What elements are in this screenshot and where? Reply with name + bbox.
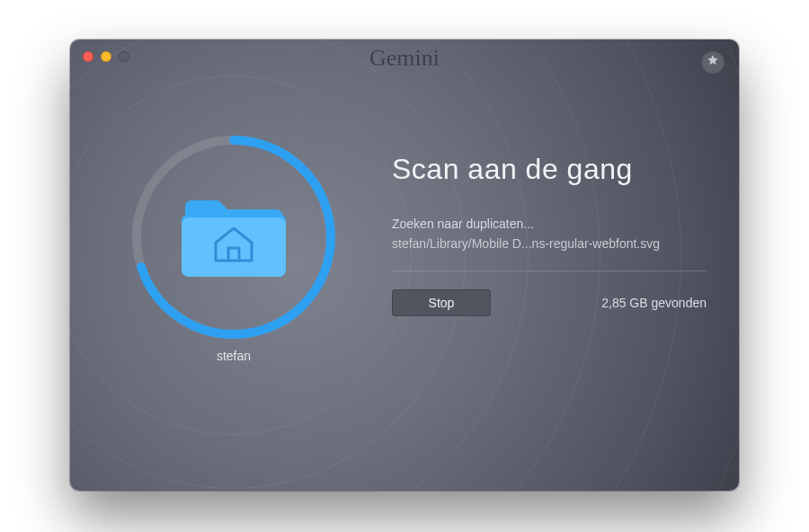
favorites-button[interactable] (701, 50, 725, 74)
star-icon (707, 54, 719, 70)
divider (392, 270, 707, 271)
folder-label: stefan (126, 349, 342, 363)
scan-headline: Scan aan de gang (392, 153, 707, 186)
app-title: Gemini (70, 45, 739, 72)
action-row: Stop 2,85 GB gevonden (392, 289, 707, 316)
home-folder-icon (176, 191, 291, 280)
found-amount: 2,85 GB gevonden (601, 296, 707, 310)
scan-status-line: Zoeken naar duplicaten... (392, 217, 707, 231)
app-window: Gemini stefan Scan aan de gang Zoeken (70, 40, 739, 491)
scan-visual: stefan (126, 129, 342, 381)
stop-button[interactable]: Stop (392, 289, 491, 316)
status-panel: Scan aan de gang Zoeken naar duplicaten.… (392, 153, 707, 316)
scan-current-path: stefan/Library/Mobile D...ns-regular-web… (392, 236, 707, 251)
